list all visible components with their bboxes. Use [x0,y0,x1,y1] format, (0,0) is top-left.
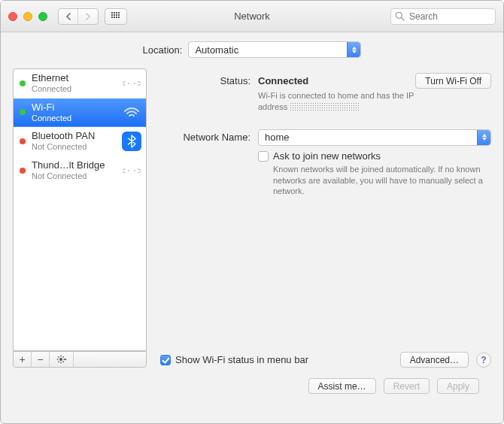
status-help-line2-prefix: address [258,102,287,111]
show-wifi-menubar-label: Show Wi-Fi status in menu bar [175,354,308,365]
svg-line-12 [62,356,63,357]
status-dot [20,168,26,174]
popup-stepper-icon [347,42,360,57]
status-dot [20,138,26,144]
ethernet-icon: <··> [122,74,141,93]
grid-icon [111,12,120,21]
service-sidebar: Ethernet Connected <··> Wi-Fi Connected [13,68,147,368]
titlebar: Network [1,1,503,32]
service-name: Wi-Fi [32,102,122,114]
service-status: Not Connected [32,142,122,152]
pane-body: Location: Automatic Ethernet Connected [1,32,503,404]
search-icon [395,11,405,21]
ask-to-join-label: Ask to join new networks [273,150,491,162]
back-button[interactable] [59,9,78,25]
location-label: Location: [143,44,183,56]
close-window-button[interactable] [8,12,17,21]
svg-line-9 [58,356,59,357]
add-service-button[interactable]: + [14,352,32,367]
advanced-button[interactable]: Advanced… [400,352,469,368]
location-popup[interactable]: Automatic [188,41,361,58]
network-prefpane-window: Network Location: Automatic Ethernet [0,0,504,424]
service-toolbar: + − [13,351,147,368]
ask-to-join-help: Known networks will be joined automatica… [273,164,491,198]
sidebar-item-wifi[interactable]: Wi-Fi Connected [14,98,146,128]
service-status: Not Connected [32,171,122,181]
show-wifi-menubar-checkbox[interactable] [160,355,171,365]
gear-icon [56,354,67,365]
service-name: Ethernet [32,73,122,84]
show-all-button[interactable] [105,8,127,25]
thunderbolt-icon: <··> [122,161,141,180]
footer-buttons: Assist me… Revert Apply [13,368,491,394]
service-name: Bluetooth PAN [32,131,122,142]
ip-address-redacted [290,102,359,111]
forward-button[interactable] [78,9,98,25]
status-dot [20,80,26,86]
ask-to-join-checkbox[interactable] [258,151,269,162]
chevron-left-icon [65,13,71,20]
service-status: Connected [32,84,122,94]
remove-service-button[interactable]: − [32,352,50,367]
service-actions-button[interactable] [50,352,74,367]
svg-text:<··>: <··> [123,77,141,89]
search-field-wrap [390,8,496,25]
status-value: Connected [258,75,308,86]
minimize-window-button[interactable] [23,12,32,21]
wifi-toggle-button[interactable]: Turn Wi-Fi Off [415,73,491,89]
bluetooth-icon [122,132,141,151]
svg-point-4 [59,358,62,361]
content-split: Ethernet Connected <··> Wi-Fi Connected [13,68,491,368]
sidebar-item-thunderbolt-bridge[interactable]: Thund…lt Bridge Not Connected <··> [14,156,146,186]
svg-line-11 [58,362,59,362]
help-button[interactable]: ? [476,353,491,368]
window-controls [8,12,47,21]
service-list[interactable]: Ethernet Connected <··> Wi-Fi Connected [13,68,147,351]
location-value: Automatic [195,44,238,56]
status-help-line1: Wi-Fi is connected to home and has the I… [258,91,414,100]
assist-me-button[interactable]: Assist me… [308,378,376,394]
sidebar-item-bluetooth-pan[interactable]: Bluetooth PAN Not Connected [14,127,146,156]
svg-text:<··>: <··> [123,165,141,176]
wifi-icon [122,102,141,122]
popup-stepper-icon [477,130,490,145]
zoom-window-button[interactable] [38,12,47,21]
search-input[interactable] [390,8,496,25]
chevron-right-icon [85,13,91,20]
nav-back-forward [58,8,99,25]
apply-button[interactable]: Apply [437,378,479,394]
location-row: Location: Automatic [13,41,491,58]
network-name-value: home [265,132,290,143]
revert-button[interactable]: Revert [384,378,430,394]
status-label: Status: [160,73,258,86]
network-name-popup[interactable]: home [258,129,491,146]
network-name-label: Network Name: [160,129,258,143]
svg-line-1 [401,17,404,20]
svg-line-10 [62,362,63,362]
sidebar-item-ethernet[interactable]: Ethernet Connected <··> [14,69,146,98]
wifi-detail-pane: Status: Connected Turn Wi-Fi Off Wi-Fi i… [160,68,491,368]
service-name: Thund…lt Bridge [32,160,122,171]
service-status: Connected [32,114,122,123]
status-dot [20,109,26,115]
